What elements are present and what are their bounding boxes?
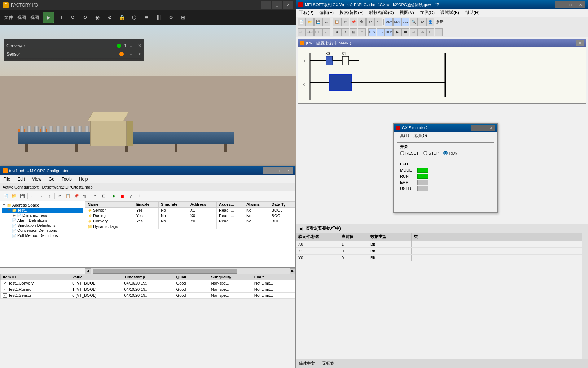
bottom-col-value[interactable]: Value	[70, 274, 122, 280]
melsoft-max-btn[interactable]: □	[565, 1, 575, 8]
ms-tb-b1[interactable]: ✕	[333, 28, 341, 36]
tree-test1[interactable]: ▼ 📁 Test1	[2, 208, 83, 213]
ms-tb-3[interactable]: 📌	[350, 18, 357, 26]
melsoft-close-btn[interactable]: ✕	[575, 1, 585, 8]
opc-close-btn[interactable]: ✕	[283, 167, 293, 174]
opc-menu-view[interactable]: View	[31, 177, 43, 182]
ms-tb-dev2[interactable]: DEV	[393, 18, 401, 26]
ms-tb-find[interactable]: 🔍	[410, 18, 418, 26]
radio-stop[interactable]: STOP	[423, 151, 439, 155]
table-row-dynamic[interactable]: 📁Dynamic Tags	[85, 224, 295, 229]
bottom-col-itemid[interactable]: Item ID	[1, 274, 70, 280]
bottom-col-timestamp[interactable]: Timestamp	[122, 274, 174, 280]
opc-save-btn[interactable]: 💾	[18, 192, 26, 200]
ms-tb-print[interactable]: 🖨	[322, 18, 330, 26]
opc-start-btn[interactable]: ▶	[110, 192, 118, 200]
opc-copy-btn[interactable]: 📋	[64, 192, 72, 200]
opc-back-btn[interactable]: ←	[29, 192, 37, 200]
col-enable[interactable]: Enable	[134, 202, 158, 208]
factory-menu-view2[interactable]: 视图	[30, 14, 39, 21]
radio-run-btn[interactable]	[443, 151, 448, 155]
col-address[interactable]: Address	[188, 202, 216, 208]
opc-up-btn[interactable]: ↑	[45, 192, 53, 200]
factory-chart-btn[interactable]: |||	[153, 12, 164, 23]
ms-tb-b4[interactable]: ≡	[358, 28, 366, 36]
sensor-close[interactable]: ✕	[138, 52, 141, 57]
factory-settings-btn[interactable]: ⚙	[104, 12, 115, 23]
opc-info-btn[interactable]: ℹ	[135, 192, 143, 200]
checkbox-2[interactable]: ✓	[3, 287, 7, 291]
factory-pause-btn[interactable]: ⏸	[55, 12, 66, 23]
tree-dynamic-tags[interactable]: ▶ 📄 Dynamic Tags	[2, 213, 83, 218]
ms-tb-6[interactable]: ↪	[374, 18, 382, 26]
ms-tb-a1[interactable]: ⊣⊢	[298, 28, 306, 36]
opc-menu-edit[interactable]: Edit	[16, 177, 26, 182]
factory-menu-file[interactable]: 文件	[4, 14, 13, 21]
opc-detail-btn[interactable]: ⊞	[100, 192, 107, 200]
ms-menu-convert[interactable]: 转换/编译(C)	[368, 9, 395, 17]
gx-sim-close-btn[interactable]: ✕	[487, 125, 495, 131]
ms-tb-c3[interactable]: DEV	[385, 28, 393, 36]
ms-tb-b3[interactable]: ⊞	[350, 28, 357, 36]
scroll-right-btn[interactable]: ▶	[290, 268, 295, 274]
ms-tb-a2[interactable]: ⊣⊣	[306, 28, 314, 36]
monitor-col-type[interactable]: 数据类型	[368, 233, 412, 241]
ms-menu-project[interactable]: 工程(P)	[298, 9, 315, 17]
tree-sim-defs[interactable]: 📄 Simulation Definitions	[2, 223, 83, 228]
col-simulate[interactable]: Simulate	[158, 202, 188, 208]
factory-config-btn[interactable]: ⚙	[165, 12, 177, 23]
tree-conv-defs[interactable]: 📄 Conversion Definitions	[2, 228, 83, 233]
opc-fwd-btn[interactable]: →	[37, 192, 45, 200]
col-name[interactable]: Name	[85, 202, 134, 208]
ms-tb-1[interactable]: 📋	[333, 18, 341, 26]
opc-menu-file[interactable]: File	[2, 177, 12, 182]
factory-play-btn[interactable]: ▶	[43, 12, 54, 23]
monitor-col-value[interactable]: 当前值	[339, 233, 368, 241]
scroll-thumb[interactable]	[93, 269, 237, 274]
factory-lock-btn[interactable]: 🔒	[116, 12, 128, 23]
ms-menu-help[interactable]: 帮助(H)	[464, 9, 481, 17]
ms-tb-dev[interactable]: DEV	[385, 18, 393, 26]
tree-address-space[interactable]: ▼ 📁 Address Space	[2, 203, 83, 208]
table-row[interactable]: ⚡Sensor Yes No X1 Read, ... No BOOL	[85, 208, 295, 213]
melsoft-min-btn[interactable]: ─	[555, 1, 565, 8]
opc-menu-go[interactable]: Go	[47, 177, 56, 182]
tree-alarm-defs[interactable]: 📄 Alarm Definitions	[2, 218, 83, 223]
bottom-col-quality[interactable]: Quali...	[174, 274, 209, 280]
ms-tb-b2[interactable]: ✕	[341, 28, 349, 36]
monitor-col-element[interactable]: 软元件/标签	[296, 233, 339, 241]
opc-hscrollbar[interactable]	[91, 268, 290, 274]
factory-list-btn[interactable]: ≡	[141, 12, 152, 23]
opc-menu-tools[interactable]: Tools	[60, 177, 73, 182]
ms-tb-dev3[interactable]: DEV	[401, 18, 409, 26]
ms-tb-save[interactable]: 💾	[314, 18, 322, 26]
radio-reset-btn[interactable]	[400, 151, 404, 155]
gx-menu-options[interactable]: 选项(O)	[413, 133, 427, 138]
ms-tb-c1[interactable]: DEV	[368, 28, 376, 36]
ms-tb-person[interactable]: 👤	[426, 18, 434, 26]
opc-delete-btn[interactable]: 🗑	[81, 192, 89, 200]
checkbox-1[interactable]: ✓	[3, 281, 7, 285]
bottom-col-subquality[interactable]: Subquality	[209, 274, 252, 280]
ms-tb-a3[interactable]: ⊢⊢	[314, 28, 322, 36]
factory-min-btn[interactable]: ─	[261, 1, 271, 9]
factory-grid-btn[interactable]: ⊞	[177, 12, 189, 23]
ms-tb-new[interactable]: 📄	[298, 18, 306, 26]
ms-tb-c6[interactable]: ↩	[410, 28, 418, 36]
monitor-row-x0[interactable]: X0 1 Bit	[296, 241, 588, 248]
monitor-col-class[interactable]: 类	[412, 233, 433, 241]
monitor-row-x1[interactable]: X1 0 Bit	[296, 248, 588, 255]
ms-menu-view[interactable]: 视图(V)	[398, 9, 416, 17]
monitor-scroll-left[interactable]: ◀	[299, 226, 302, 231]
ms-tb-c9[interactable]: ⊣	[435, 28, 443, 36]
col-datatype[interactable]: Data Ty	[269, 202, 295, 208]
opc-list-btn[interactable]: ≡	[91, 192, 99, 200]
radio-run[interactable]: RUN	[443, 151, 457, 155]
opc-help-btn[interactable]: ?	[127, 192, 135, 200]
ms-menu-edit[interactable]: 编辑(E)	[318, 9, 335, 17]
radio-reset[interactable]: RESET	[400, 151, 419, 155]
factory-close-btn[interactable]: ✕	[283, 1, 293, 9]
col-alarms[interactable]: Alarms	[244, 202, 269, 208]
gx-sim-min-btn[interactable]: ─	[471, 125, 479, 131]
ms-tb-4[interactable]: 🗑	[358, 18, 366, 26]
